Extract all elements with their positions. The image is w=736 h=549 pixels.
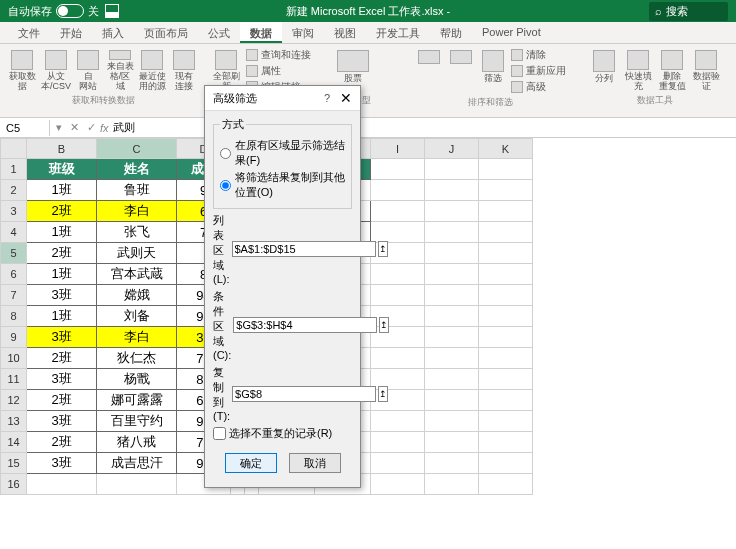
cell[interactable] (425, 180, 479, 201)
cell[interactable] (371, 264, 425, 285)
cell[interactable]: 杨戬 (97, 369, 177, 390)
tab-文件[interactable]: 文件 (8, 22, 50, 43)
tab-开发工具[interactable]: 开发工具 (366, 22, 430, 43)
ribbon-btn[interactable]: 快速填充 (624, 48, 652, 92)
close-icon[interactable]: ✕ (340, 90, 352, 106)
help-icon[interactable]: ? (324, 92, 330, 104)
cell[interactable]: 2班 (27, 243, 97, 264)
cell[interactable] (371, 222, 425, 243)
tab-审阅[interactable]: 审阅 (282, 22, 324, 43)
collapse-icon[interactable]: ↥ (378, 386, 388, 402)
cell[interactable]: 成吉思汗 (97, 453, 177, 474)
cell[interactable] (425, 432, 479, 453)
cell[interactable]: 1班 (27, 264, 97, 285)
cell[interactable] (479, 453, 533, 474)
search-box[interactable]: ⌕ 搜索 (649, 2, 728, 21)
cell[interactable] (479, 474, 533, 495)
cell[interactable]: 刘备 (97, 306, 177, 327)
dialog-titlebar[interactable]: 高级筛选 ? ✕ (205, 86, 360, 111)
cell[interactable]: 娜可露露 (97, 390, 177, 411)
cell[interactable]: 1班 (27, 306, 97, 327)
col-header[interactable]: J (425, 139, 479, 159)
cell[interactable] (425, 348, 479, 369)
row-header[interactable]: 14 (1, 432, 27, 453)
list-range-input[interactable] (232, 241, 376, 257)
cell[interactable] (371, 474, 425, 495)
cell[interactable] (479, 201, 533, 222)
cell[interactable] (425, 264, 479, 285)
ribbon-btn[interactable]: 数据验证 (692, 48, 720, 92)
cell[interactable]: 2班 (27, 432, 97, 453)
cell[interactable] (479, 411, 533, 432)
cell[interactable]: 班级 (27, 159, 97, 180)
cell[interactable] (425, 411, 479, 432)
copy-to-input[interactable] (232, 386, 376, 402)
cell[interactable] (479, 180, 533, 201)
row-header[interactable]: 5 (1, 243, 27, 264)
cell[interactable]: 3班 (27, 411, 97, 432)
cell[interactable] (371, 201, 425, 222)
ribbon-item[interactable]: 查询和连接 (246, 48, 311, 62)
cell[interactable]: 狄仁杰 (97, 348, 177, 369)
dropdown-icon[interactable]: ▾ (56, 121, 62, 134)
cell[interactable] (425, 285, 479, 306)
row-header[interactable]: 10 (1, 348, 27, 369)
cell[interactable] (371, 453, 425, 474)
fx-icon[interactable]: fx (100, 122, 109, 134)
row-header[interactable]: 1 (1, 159, 27, 180)
filter-button[interactable]: 筛选 (479, 48, 507, 92)
cell[interactable]: 姓名 (97, 159, 177, 180)
name-box[interactable]: C5 (0, 120, 50, 136)
collapse-icon[interactable]: ↥ (379, 317, 389, 333)
row-header[interactable]: 9 (1, 327, 27, 348)
tab-帮助[interactable]: 帮助 (430, 22, 472, 43)
cell[interactable] (479, 243, 533, 264)
cell[interactable] (371, 159, 425, 180)
collapse-icon[interactable]: ↥ (378, 241, 388, 257)
cell[interactable] (479, 264, 533, 285)
cell[interactable] (479, 432, 533, 453)
cell[interactable]: 张飞 (97, 222, 177, 243)
cell[interactable] (371, 432, 425, 453)
cell[interactable] (425, 243, 479, 264)
cell[interactable] (479, 285, 533, 306)
cell[interactable]: 武则天 (97, 243, 177, 264)
cell[interactable] (27, 474, 97, 495)
cell[interactable]: 2班 (27, 201, 97, 222)
tab-视图[interactable]: 视图 (324, 22, 366, 43)
cell[interactable] (425, 222, 479, 243)
ribbon-btn[interactable]: 删除重复值 (658, 48, 686, 92)
row-header[interactable]: 8 (1, 306, 27, 327)
criteria-range-input[interactable] (233, 317, 377, 333)
tab-公式[interactable]: 公式 (198, 22, 240, 43)
ribbon-item[interactable]: 属性 (246, 64, 311, 78)
cell[interactable]: 3班 (27, 453, 97, 474)
cell[interactable] (479, 159, 533, 180)
cell[interactable] (425, 327, 479, 348)
cell[interactable] (425, 306, 479, 327)
sort-asc-button[interactable] (415, 48, 443, 92)
cell[interactable] (371, 180, 425, 201)
toggle-icon[interactable] (56, 4, 84, 18)
formula-input[interactable]: 武则 (113, 120, 135, 135)
row-header[interactable]: 7 (1, 285, 27, 306)
cell[interactable] (371, 285, 425, 306)
cell[interactable] (479, 306, 533, 327)
cell[interactable]: 猪八戒 (97, 432, 177, 453)
cell[interactable]: 2班 (27, 390, 97, 411)
cell[interactable] (425, 390, 479, 411)
sort-desc-button[interactable] (447, 48, 475, 92)
autosave-toggle[interactable]: 自动保存 关 (8, 4, 99, 19)
tab-插入[interactable]: 插入 (92, 22, 134, 43)
cell[interactable] (479, 390, 533, 411)
row-header[interactable]: 15 (1, 453, 27, 474)
cell[interactable] (479, 222, 533, 243)
ribbon-btn[interactable]: 分列 (590, 48, 618, 92)
col-header[interactable] (1, 139, 27, 159)
cell[interactable]: 李白 (97, 201, 177, 222)
cell[interactable] (425, 201, 479, 222)
ribbon-btn[interactable]: 自网站 (74, 48, 102, 92)
row-header[interactable]: 3 (1, 201, 27, 222)
cell[interactable] (97, 474, 177, 495)
cell[interactable]: 李白 (97, 327, 177, 348)
